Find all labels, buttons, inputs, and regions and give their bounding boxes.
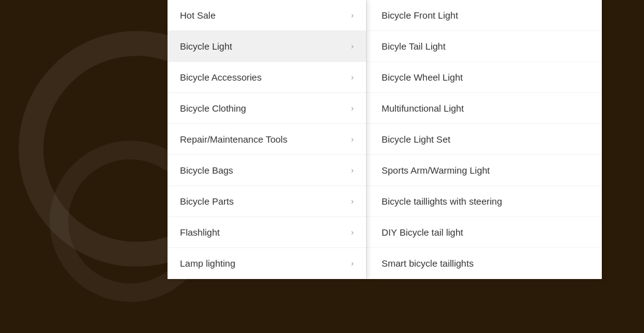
menu-item-label-flashlight: Flashlight <box>180 227 220 238</box>
menu-item-label-bicycle-bags: Bicycle Bags <box>180 165 233 175</box>
submenu-item-bicycle-wheel-light[interactable]: Bicycle Wheel Light <box>367 62 602 93</box>
chevron-icon-bicycle-clothing: › <box>351 104 354 113</box>
submenu-item-smart-bicycle-taillights[interactable]: Smart bicycle taillights <box>367 248 602 279</box>
submenu-item-bicycle-tail-light[interactable]: Bicyle Tail Light <box>367 31 602 62</box>
submenu-item-bicycle-taillights-steering[interactable]: Bicycle taillights with steering <box>367 186 602 217</box>
submenu-item-label-bicycle-light-set: Bicycle Light Set <box>382 134 450 144</box>
chevron-icon-bicycle-light: › <box>351 42 354 51</box>
menu-item-label-lamp-lighting: Lamp lighting <box>180 258 235 269</box>
chevron-icon-bicycle-accessories: › <box>351 73 354 82</box>
menu-item-flashlight[interactable]: Flashlight› <box>168 217 366 248</box>
menu-item-bicycle-bags[interactable]: Bicycle Bags› <box>168 155 366 186</box>
submenu-item-multifunctional-light[interactable]: Multifunctional Light <box>367 93 602 124</box>
menu-item-bicycle-accessories[interactable]: Bicycle Accessories› <box>168 62 366 93</box>
chevron-icon-flashlight: › <box>351 228 354 237</box>
submenu-item-label-diy-bicycle-tail-light: DIY Bicycle tail light <box>382 227 463 238</box>
menu-item-label-hot-sale: Hot Sale <box>180 10 216 20</box>
menu-item-bicycle-parts[interactable]: Bicycle Parts› <box>168 186 366 217</box>
dropdown-menu-container: Hot Sale›Bicycle Light›Bicycle Accessori… <box>168 0 602 279</box>
menu-item-label-bicycle-light: Bicycle Light <box>180 41 232 51</box>
submenu-item-label-bicycle-tail-light: Bicyle Tail Light <box>382 41 445 51</box>
primary-menu: Hot Sale›Bicycle Light›Bicycle Accessori… <box>168 0 366 279</box>
menu-item-bicycle-clothing[interactable]: Bicycle Clothing› <box>168 93 366 124</box>
submenu-item-label-bicycle-front-light: Bicycle Front Light <box>382 10 458 20</box>
menu-item-lamp-lighting[interactable]: Lamp lighting› <box>168 248 366 279</box>
chevron-icon-lamp-lighting: › <box>351 259 354 268</box>
chevron-icon-bicycle-parts: › <box>351 197 354 206</box>
menu-item-label-bicycle-clothing: Bicycle Clothing <box>180 103 246 113</box>
chevron-icon-bicycle-bags: › <box>351 166 354 175</box>
submenu-item-label-bicycle-wheel-light: Bicycle Wheel Light <box>382 72 463 82</box>
submenu-item-bicycle-front-light[interactable]: Bicycle Front Light <box>367 0 602 31</box>
chevron-icon-repair-maintenance: › <box>351 135 354 144</box>
submenu-item-sports-arm-warming-light[interactable]: Sports Arm/Warming Light <box>367 155 602 186</box>
menu-item-label-bicycle-parts: Bicycle Parts <box>180 196 234 206</box>
menu-item-hot-sale[interactable]: Hot Sale› <box>168 0 366 31</box>
menu-item-label-repair-maintenance: Repair/Maintenance Tools <box>180 134 287 144</box>
secondary-menu: Bicycle Front LightBicyle Tail LightBicy… <box>366 0 602 279</box>
submenu-item-label-smart-bicycle-taillights: Smart bicycle taillights <box>382 258 473 269</box>
submenu-item-label-sports-arm-warming-light: Sports Arm/Warming Light <box>382 165 490 175</box>
submenu-item-bicycle-light-set[interactable]: Bicycle Light Set <box>367 124 602 155</box>
submenu-item-label-bicycle-taillights-steering: Bicycle taillights with steering <box>382 196 502 206</box>
submenu-item-diy-bicycle-tail-light[interactable]: DIY Bicycle tail light <box>367 217 602 248</box>
menu-item-repair-maintenance[interactable]: Repair/Maintenance Tools› <box>168 124 366 155</box>
submenu-item-label-multifunctional-light: Multifunctional Light <box>382 103 464 113</box>
menu-item-label-bicycle-accessories: Bicycle Accessories <box>180 72 262 82</box>
chevron-icon-hot-sale: › <box>351 11 354 20</box>
menu-item-bicycle-light[interactable]: Bicycle Light› <box>168 31 366 62</box>
